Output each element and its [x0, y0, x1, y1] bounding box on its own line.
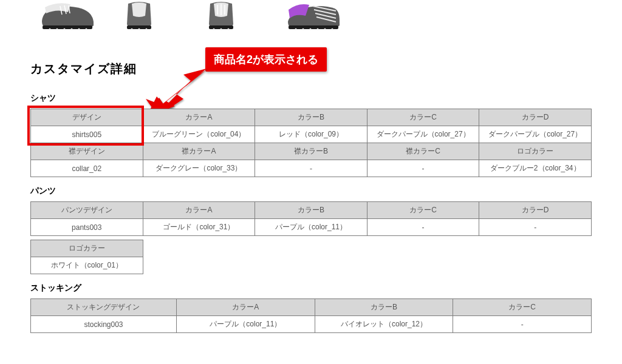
td-collar-design: collar_02	[31, 160, 143, 177]
svg-point-21	[332, 29, 333, 30]
svg-point-20	[324, 29, 326, 30]
th-color-c: カラーC	[367, 202, 479, 219]
td-color-c: -	[453, 316, 592, 333]
pants-extra-table: ロゴカラー ホワイト（color_01）	[30, 240, 143, 274]
callout-label: 商品名2が表示される	[205, 47, 327, 72]
td-color-a: ゴールド（color_31）	[143, 219, 255, 236]
group-label-pants: パンツ	[30, 186, 592, 197]
svg-point-16	[295, 29, 297, 30]
svg-point-1	[49, 29, 51, 30]
svg-point-8	[131, 29, 133, 30]
th-pants-design: パンツデザイン	[31, 202, 143, 219]
th-collar-c: 襟カラーC	[367, 143, 479, 160]
td-stocking-design: stocking003	[31, 316, 177, 333]
td-color-a: ブルーグリーン（color_04）	[143, 126, 255, 143]
th-color-d: カラーD	[479, 109, 592, 126]
svg-point-4	[71, 29, 73, 30]
th-design: デザイン	[31, 109, 143, 126]
table-row: shirts005 ブルーグリーン（color_04） レッド（color_09…	[31, 126, 592, 143]
td-pants-design: pants003	[31, 219, 143, 236]
svg-point-18	[310, 29, 312, 30]
td-collar-a: ダークグレー（color_33）	[143, 160, 255, 177]
svg-point-2	[56, 29, 58, 30]
svg-point-9	[138, 29, 140, 30]
table-row: collar_02 ダークグレー（color_33） - - ダークブルー2（c…	[31, 160, 592, 177]
th-stocking-design: ストッキングデザイン	[31, 299, 177, 316]
th-collar-b: 襟カラーB	[255, 143, 367, 160]
group-label-shirts: シャツ	[30, 93, 592, 104]
table-row: 襟デザイン 襟カラーA 襟カラーB 襟カラーC ロゴカラー	[31, 143, 592, 160]
group-label-stocking: ストッキング	[30, 283, 592, 294]
svg-point-17	[302, 29, 304, 30]
th-logo-color: ロゴカラー	[31, 240, 143, 257]
pants-table: パンツデザイン カラーA カラーB カラーC カラーD pants003 ゴール…	[30, 201, 592, 236]
svg-point-10	[146, 29, 148, 30]
td-color-b: バイオレット（color_12）	[315, 316, 453, 333]
svg-point-19	[317, 29, 319, 30]
table-row: pants003 ゴールド（color_31） パープル（color_11） -…	[31, 219, 592, 236]
td-logo-color: ホワイト（color_01）	[31, 257, 143, 274]
table-row: パンツデザイン カラーA カラーB カラーC カラーD	[31, 202, 592, 219]
svg-point-13	[220, 29, 222, 30]
td-color-b: パープル（color_11）	[255, 219, 367, 236]
td-logo-color: ダークブルー2（color_34）	[479, 160, 592, 177]
th-color-d: カラーD	[479, 202, 592, 219]
td-color-d: -	[479, 219, 592, 236]
th-logo-color: ロゴカラー	[479, 143, 592, 160]
th-color-a: カラーA	[176, 299, 315, 316]
svg-point-6	[86, 29, 87, 30]
table-row: ストッキングデザイン カラーA カラーB カラーC	[31, 299, 592, 316]
shoe-image-3	[203, 0, 261, 30]
th-color-b: カラーB	[315, 299, 453, 316]
td-color-c: ダークパープル（color_27）	[367, 126, 479, 143]
th-color-a: カラーA	[143, 109, 255, 126]
td-color-d: ダークパープル（color_27）	[479, 126, 592, 143]
th-color-c: カラーC	[453, 299, 592, 316]
td-collar-b: -	[255, 160, 367, 177]
shoe-image-2	[121, 0, 179, 30]
td-color-c: -	[367, 219, 479, 236]
svg-point-3	[64, 29, 66, 30]
shoe-image-1	[39, 0, 97, 30]
td-design: shirts005	[31, 126, 143, 143]
svg-point-12	[213, 29, 215, 30]
table-row: stocking003 パープル（color_11） バイオレット（color_…	[31, 316, 592, 333]
th-color-a: カラーA	[143, 202, 255, 219]
stocking-table: ストッキングデザイン カラーA カラーB カラーC stocking003 パー…	[30, 298, 592, 333]
th-collar-design: 襟デザイン	[31, 143, 143, 160]
th-color-b: カラーB	[255, 202, 367, 219]
td-collar-c: -	[367, 160, 479, 177]
shoe-image-4	[285, 0, 343, 30]
svg-point-14	[228, 29, 230, 30]
shoe-thumbnail-row	[30, 0, 592, 30]
td-color-a: パープル（color_11）	[176, 316, 315, 333]
th-color-c: カラーC	[367, 109, 479, 126]
svg-point-5	[78, 29, 80, 30]
shirts-table: デザイン カラーA カラーB カラーC カラーD shirts005 ブルーグリ…	[30, 109, 592, 177]
table-row: デザイン カラーA カラーB カラーC カラーD	[31, 109, 592, 126]
td-color-b: レッド（color_09）	[255, 126, 367, 143]
th-color-b: カラーB	[255, 109, 367, 126]
th-collar-a: 襟カラーA	[143, 143, 255, 160]
